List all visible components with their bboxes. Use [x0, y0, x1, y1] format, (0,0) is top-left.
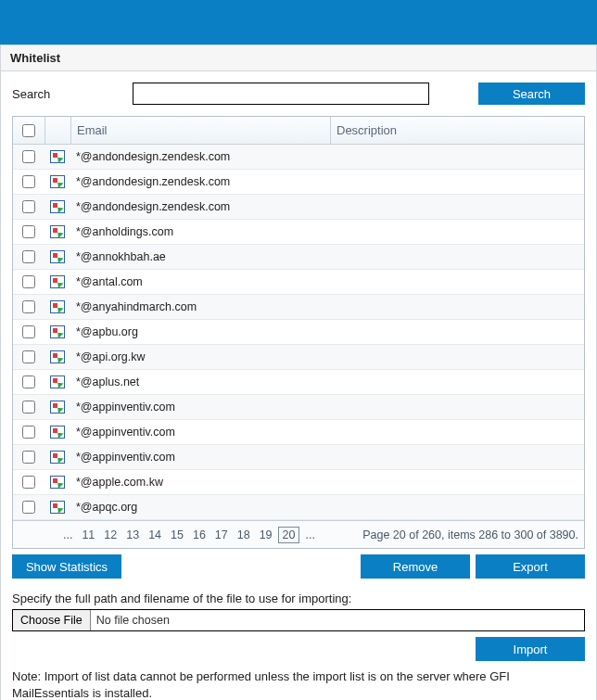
import-button[interactable]: Import [476, 637, 585, 661]
row-checkbox[interactable] [22, 501, 35, 514]
row-checkbox[interactable] [22, 375, 35, 388]
table-row[interactable]: *@annokhbah.ae [13, 245, 584, 270]
table-row[interactable]: *@apple.com.kw [13, 470, 584, 495]
table-row[interactable]: *@appinventiv.com [13, 445, 584, 470]
table-row[interactable]: *@apqc.org [13, 495, 584, 520]
whitelist-entry-icon [50, 275, 65, 288]
whitelist-entry-icon [50, 375, 65, 388]
row-icon-cell [44, 426, 70, 439]
table-row[interactable]: *@aplus.net [13, 370, 584, 395]
row-checkbox[interactable] [22, 300, 35, 313]
remove-button[interactable]: Remove [361, 554, 470, 579]
row-check-cell [13, 150, 44, 163]
whitelist-entry-icon [50, 451, 65, 464]
pager-page-13[interactable]: 13 [122, 527, 143, 543]
row-email: *@appinventiv.com [70, 451, 330, 464]
pager-page-19[interactable]: 19 [256, 527, 276, 543]
row-checkbox[interactable] [22, 225, 35, 238]
row-email: *@antal.com [70, 275, 330, 288]
row-email: *@appinventiv.com [70, 401, 330, 414]
choose-file-button[interactable]: Choose File [13, 610, 91, 630]
pager: ...11121314151617181920... [59, 527, 319, 543]
row-icon-cell [44, 325, 70, 338]
show-statistics-button[interactable]: Show Statistics [12, 554, 121, 579]
row-checkbox[interactable] [22, 200, 35, 213]
header-email[interactable]: Email [70, 117, 330, 144]
row-icon-cell [44, 350, 70, 363]
pager-page-15[interactable]: 15 [167, 527, 187, 543]
pager-prev-ellipsis[interactable]: ... [59, 527, 76, 543]
row-email: *@anholdings.com [70, 225, 330, 238]
search-input[interactable] [133, 83, 429, 105]
row-checkbox[interactable] [22, 250, 35, 263]
table-row[interactable]: *@appinventiv.com [13, 395, 584, 420]
grid-header: Email Description [13, 117, 584, 145]
whitelist-entry-icon [50, 501, 65, 514]
table-row[interactable]: *@anholdings.com [13, 220, 584, 245]
row-check-cell [13, 225, 44, 238]
table-row[interactable]: *@appinventiv.com [13, 420, 584, 445]
row-checkbox[interactable] [22, 175, 35, 188]
action-row: Show Statistics Remove Export [12, 554, 585, 579]
header-description[interactable]: Description [330, 117, 584, 144]
row-checkbox[interactable] [22, 325, 35, 338]
table-row[interactable]: *@andondesign.zendesk.com [13, 170, 584, 195]
whitelist-entry-icon [50, 225, 65, 238]
row-checkbox[interactable] [22, 426, 35, 439]
row-icon-cell [44, 300, 70, 313]
pager-next-ellipsis[interactable]: ... [301, 527, 318, 543]
file-chosen-text: No file chosen [91, 610, 584, 630]
row-checkbox[interactable] [22, 275, 35, 288]
row-checkbox[interactable] [22, 476, 35, 489]
row-icon-cell [44, 175, 70, 188]
table-row[interactable]: *@antal.com [13, 270, 584, 295]
table-row[interactable]: *@api.org.kw [13, 345, 584, 370]
pager-page-18[interactable]: 18 [234, 527, 254, 543]
row-icon-cell [44, 200, 70, 213]
pager-page-20[interactable]: 20 [278, 527, 300, 543]
row-email: *@appinventiv.com [70, 426, 330, 439]
pager-page-11[interactable]: 11 [78, 527, 98, 543]
whitelist-entry-icon [50, 325, 65, 338]
row-check-cell [13, 300, 44, 313]
select-all-checkbox[interactable] [22, 124, 35, 137]
pager-page-14[interactable]: 14 [145, 527, 165, 543]
pager-page-17[interactable]: 17 [211, 527, 232, 543]
row-check-cell [13, 451, 44, 464]
pager-page-12[interactable]: 12 [100, 527, 121, 543]
whitelist-entry-icon [50, 150, 65, 163]
row-checkbox[interactable] [22, 451, 35, 464]
row-icon-cell [44, 250, 70, 263]
search-button[interactable]: Search [478, 83, 585, 105]
table-row[interactable]: *@anyahindmarch.com [13, 295, 584, 320]
whitelist-entry-icon [50, 200, 65, 213]
row-checkbox[interactable] [22, 401, 35, 414]
row-icon-cell [44, 476, 70, 489]
whitelist-entry-icon [50, 300, 65, 313]
row-email: *@annokhbah.ae [70, 250, 330, 263]
row-email: *@andondesign.zendesk.com [70, 175, 330, 188]
page-info: Page 20 of 260, items 286 to 300 of 3890… [362, 528, 578, 541]
row-check-cell [13, 250, 44, 263]
row-check-cell [13, 175, 44, 188]
row-check-cell [13, 275, 44, 288]
whitelist-entry-icon [50, 476, 65, 489]
table-row[interactable]: *@apbu.org [13, 320, 584, 345]
file-chooser: Choose File No file chosen [12, 609, 585, 631]
table-row[interactable]: *@andondesign.zendesk.com [13, 145, 584, 170]
table-row[interactable]: *@andondesign.zendesk.com [13, 195, 584, 220]
top-bar [0, 0, 597, 45]
import-row: Import [12, 637, 585, 661]
whitelist-entry-icon [50, 250, 65, 263]
search-label: Search [12, 87, 133, 101]
row-icon-cell [44, 401, 70, 414]
pager-page-16[interactable]: 16 [189, 527, 210, 543]
row-email: *@andondesign.zendesk.com [70, 200, 330, 213]
row-check-cell [13, 350, 44, 363]
export-button[interactable]: Export [476, 554, 585, 579]
row-checkbox[interactable] [22, 350, 35, 363]
row-checkbox[interactable] [22, 150, 35, 163]
row-email: *@aplus.net [70, 375, 330, 388]
row-icon-cell [44, 501, 70, 514]
whitelist-panel: Whitelist Search Search Email Descriptio… [0, 45, 597, 700]
